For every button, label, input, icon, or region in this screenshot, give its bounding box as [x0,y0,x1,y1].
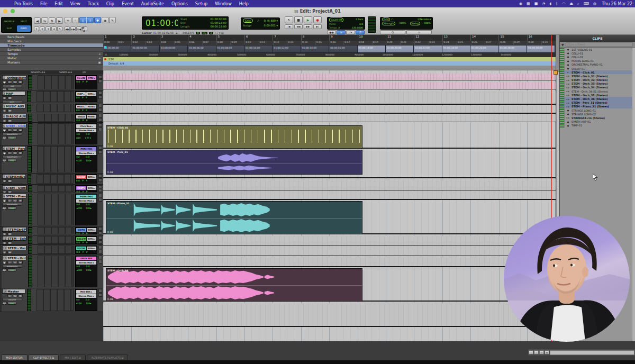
volume-readout[interactable]: 0.0 P P [76,179,96,183]
menubar-item[interactable]: Window [211,2,235,6]
track-view-selector[interactable]: waveform [2,132,22,135]
clip-list-item[interactable]: ● STRINGS LONG-01 [560,108,635,112]
midi-control-button[interactable]: ♬ [356,30,365,34]
bars-ruler[interactable]: 12345678910111213141516 [103,35,556,41]
track-name-field[interactable]: 1 -StringsRevrb2 [2,75,26,80]
record-arm-button[interactable]: ● [2,80,7,84]
inserts-sends-cells[interactable] [37,104,74,112]
monitor-path-badge[interactable]: Stereo Mon ▸ [76,151,96,155]
zoom-preset-button[interactable]: 1 [34,26,39,31]
edit-tool-button[interactable]: ▯ [79,17,86,23]
track-edge-buttons[interactable] [98,288,103,312]
edit-mode-button[interactable]: GRID [17,25,31,32]
zoom-toggle-button[interactable]: ⇆ [41,17,48,24]
track-header[interactable]: 11 STEM - Solo ● I S M wave dyn read SOL… [0,235,103,245]
tempo-ruler[interactable]: ♩120 [103,57,556,61]
output-path-badge[interactable]: DIALO [76,115,86,119]
track-lane-synth[interactable] [103,191,556,200]
menubar-item[interactable]: Clip [103,2,118,6]
track-view-selector[interactable]: waveform [2,155,22,158]
track-name-field[interactable]: 12 STEM - Vocal [2,245,26,250]
clip-type-icon[interactable]: ● [565,124,572,127]
monitor-path-badge[interactable]: StMn ▸ [87,237,97,241]
automation-mode-button[interactable]: read [7,136,16,139]
track-lane-gtr[interactable] [103,236,556,245]
hzoom-out-button[interactable]: ‹ [529,350,533,354]
track-lane-master[interactable] [103,303,556,327]
solo-button[interactable]: S [13,199,17,202]
track-header[interactable]: 7 STEMSndDs ● I S M wave dyn read SOUND … [0,174,103,185]
inserts-sends-cells[interactable] [38,185,74,192]
clip-type-icon[interactable]: ● [565,60,572,62]
track-edge-buttons[interactable] [98,75,103,90]
bottom-tab[interactable]: ALTERNATE PLAYLISTS ⧉ [87,354,129,360]
ruler-name[interactable]: Meter+ [0,56,103,60]
dyn-button[interactable]: dyn [2,159,7,162]
clip-type-icon[interactable]: ▸ ▸ [565,102,572,104]
pan-readout[interactable]: ◂100 100▸ [76,269,96,272]
volume-readout[interactable]: vol 0.0 [76,156,96,159]
solo-button[interactable]: S [2,96,7,99]
menubar-item[interactable]: Setup [192,2,211,6]
mute-button[interactable]: M [18,80,23,84]
zoom-preset-button[interactable]: 2 [40,26,45,31]
edit-tool-button[interactable]: ◉ [102,17,108,23]
status-icon[interactable]: ⌕ [575,2,582,6]
track-name-field[interactable]: 7 STEMSndDs [2,174,26,179]
bottom-tab[interactable]: MIX | EDIT ⧉ [60,354,86,360]
solo-button[interactable]: S [13,129,17,132]
transport-locate-button[interactable]: |◀ [285,24,293,29]
clip-list-item[interactable]: ● HORNS LONG-01 [560,59,635,63]
quantize-button[interactable]: Q [380,30,405,34]
track-name-field[interactable]: 5 STEM - Click [2,123,26,128]
audio-clip-click[interactable]: STEM - Click_01 0 dB [106,125,362,149]
dyn-button[interactable]: dyn [2,136,7,139]
transport-locate-button[interactable]: ◀◀ [294,24,303,29]
monitor-path-badge[interactable]: STRI ▸ [87,76,97,80]
track-lane-map[interactable] [103,82,556,89]
status-icon[interactable]: ◠ [560,2,567,6]
zoom-toggle-button[interactable]: ⇅ [49,17,56,24]
output-path-badge[interactable]: MAP ▸ [76,92,86,96]
ruler-name[interactable]: Markers▣ [0,60,103,65]
inserts-sends-cells[interactable] [38,236,74,244]
record-arm-button[interactable]: ● [2,199,7,202]
monitor-path-badge[interactable]: Stereo Mon ▸ [76,261,96,265]
inserts-sends-cells[interactable] [38,256,74,287]
mute-button[interactable]: M [18,261,23,264]
inserts-sends-cells[interactable] [37,91,74,102]
volume-readout[interactable]: 0.0 P P [76,119,96,122]
bottom-tab[interactable]: MIDI EDITOR [1,354,28,360]
edit-tool-button[interactable]: ✎ [109,17,116,23]
clip-list-item[interactable]: ▸ ▸ STRINGS8.cm (Stereo) [560,116,635,120]
track-edge-buttons[interactable] [98,255,103,288]
input-monitor-button[interactable]: I [7,129,12,132]
transport-button[interactable]: ● [313,16,322,23]
edit-selection-display[interactable]: Start01:00:00:00 End01:00:18:00 Length00… [178,16,229,30]
solo-button[interactable]: S [2,241,7,244]
track-header[interactable]: 14 Master ● I S M volume dyn read MIX BU… [0,288,103,312]
edit-tool-button[interactable]: ✱ [94,17,101,23]
midi-control-button[interactable]: ♩▴ [337,30,346,34]
output-path-badge[interactable]: ORCH MIX [76,257,96,260]
transport-button[interactable]: ■ [294,16,303,23]
zoom-preset-button[interactable]: 4 [51,26,57,31]
status-icon[interactable]: ⌨ [582,2,591,6]
inserts-sends-cells[interactable] [38,227,74,234]
clip-type-icon[interactable]: ▸ ▸ [565,90,572,93]
clip-list-item[interactable]: ▸ ▸ STEM - Orch_31 (Stereo) [560,74,635,78]
meter-ruler[interactable]: Default: 4/4 [103,61,556,66]
hzoom-sel-button[interactable]: ◂▸ [545,350,549,354]
transport-button[interactable]: ▶ [304,16,312,23]
monitor-path-badge[interactable]: MIXB ▸ [87,115,97,119]
clip-type-icon[interactable]: ▸ ▸ [565,94,572,96]
track-edge-buttons[interactable] [98,193,103,226]
solo-button[interactable]: S [13,80,17,84]
automation-mode-button[interactable]: read [7,159,16,162]
menubar-item[interactable]: AudioSuite [138,2,168,6]
midi-control-button[interactable]: ♪▾ [346,30,355,34]
edit-tool-button[interactable]: ✛ [65,17,71,23]
hzoom-in-button[interactable]: › [534,350,539,354]
track-name-field[interactable]: 9 STEM - Piano [2,194,26,198]
transport-locate-button[interactable]: ▶| [313,24,322,29]
